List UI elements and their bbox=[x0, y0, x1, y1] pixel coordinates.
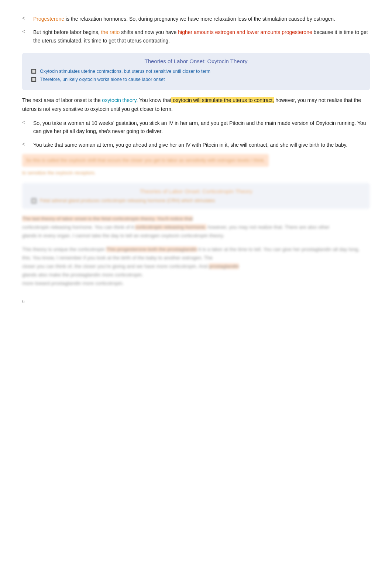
hormone-progesterone: Progesterone bbox=[33, 16, 64, 22]
blurred-p3-highlight2: prostaglandin bbox=[209, 263, 239, 269]
higher-amounts-text: higher amounts estrogen and lower amount… bbox=[176, 29, 312, 35]
blurred-theory-sym: 🔲 bbox=[31, 198, 37, 204]
bullet-text-2: But right before labor begins, the ratio… bbox=[33, 28, 370, 45]
blurred-p3-line4: glands also make the prostaglandin more … bbox=[22, 272, 143, 278]
theory-bullet-text-1: Oxytocin stimulates uterine contractions… bbox=[40, 69, 210, 74]
para-text2: . You know that bbox=[136, 97, 171, 103]
blurred-p2-line3: however, you may not realize that. There… bbox=[208, 224, 330, 230]
blurred-section-1: So this is called the oxytocin shift tha… bbox=[22, 154, 370, 177]
blurred-p3-line2: this. You know, I remember if you look a… bbox=[22, 255, 213, 261]
blurred-para2-text: The last theory of labor onset is the fe… bbox=[22, 215, 370, 240]
blurred-p3-line3: closer you can think of, the closer you'… bbox=[22, 263, 207, 269]
blurred-text-1a: So this is called the oxytocin shift tha… bbox=[22, 154, 269, 167]
theory-bullet-2: 🔲 Therefore, unlikely oxytocin works alo… bbox=[31, 77, 361, 82]
blurred-p3-highlight1: This progesterone both the prostaglandin bbox=[106, 246, 197, 252]
para-text1: The next area of labor onset is the bbox=[22, 97, 100, 103]
bullet-sym-4: < bbox=[22, 141, 30, 147]
blurred-p2-highlight1: The last theory of labor onset is the fe… bbox=[22, 216, 193, 221]
bullet-10weeks: < So, you take a woman at 10 weeks' gest… bbox=[22, 119, 370, 136]
bullet-text-1: Progesterone is the relaxation hormones.… bbox=[33, 15, 370, 23]
blurred-p2-highlight2: corticotropin releasing hormone, bbox=[135, 224, 206, 230]
blurred-para-2: The last theory of labor onset is the fe… bbox=[22, 215, 370, 240]
para-theory: oxytocin theory bbox=[100, 97, 136, 103]
oxytocin-paragraph: The next area of labor onset is the oxyt… bbox=[22, 96, 370, 114]
bullet-ratio: < But right before labor begins, the rat… bbox=[22, 28, 370, 45]
blurred-p3-line5: more toward prostaglandin more corticotr… bbox=[22, 280, 124, 286]
ratio-text: the ratio bbox=[100, 29, 120, 35]
text-mid-ratio: shifts and now you have bbox=[120, 29, 176, 35]
blurred-text-1b: to sensitize the oxytocin receptors. bbox=[22, 169, 370, 177]
page-number: 6 bbox=[22, 299, 370, 304]
bullet-text-4: You take that same woman at term, you go… bbox=[33, 141, 370, 149]
bullet-at-term: < You take that same woman at term, you … bbox=[22, 141, 370, 149]
bullet-sym-3: < bbox=[22, 119, 30, 125]
blurred-theory-box: Theories of Labor Onset: Corticotropin T… bbox=[22, 183, 370, 209]
theory-sym-1: 🔲 bbox=[31, 69, 37, 74]
para-highlight: oxytocin will stimulate the uterus to co… bbox=[171, 97, 274, 103]
bullet-progesterone: < Progesterone is the relaxation hormone… bbox=[22, 15, 370, 23]
blurred-p2-line4: glands in every organ. I cannot take the… bbox=[22, 233, 224, 238]
text-before-ratio: But right before labor begins, bbox=[33, 29, 100, 35]
blurred-p2-line2: corticotropin releasing hormone. You can… bbox=[22, 224, 134, 230]
blurred-para3-text: This theory is unique the corticotropin … bbox=[22, 245, 370, 288]
bullet-text-3: So, you take a woman at 10 weeks' gestat… bbox=[33, 119, 370, 136]
blurred-theory-bullet-text: Fetal adrenal gland produces corticotrop… bbox=[40, 198, 215, 203]
theory-sym-2: 🔲 bbox=[31, 77, 37, 82]
bullet1-text: is the relaxation hormones. So, during p… bbox=[64, 16, 335, 22]
theory-bullet-text-2: Therefore, unlikely oxytocin works alone… bbox=[40, 77, 165, 82]
bullet-sym-1: < bbox=[22, 15, 30, 21]
blurred-para-3: This theory is unique the corticotropin … bbox=[22, 245, 370, 288]
blurred-p3-rest: it is a labor at the time to tell. You c… bbox=[199, 246, 360, 252]
bullet-sym-2: < bbox=[22, 28, 30, 34]
blurred-p3-line1: This theory is unique the corticotropin bbox=[22, 246, 105, 252]
theory-bullet-1: 🔲 Oxytocin stimulates uterine contractio… bbox=[31, 69, 361, 74]
oxytocin-theory-box: Theories of Labor Onset: Oxytocin Theory… bbox=[22, 53, 370, 90]
blurred-theory-title: Theories of Labor Onset: Corticotropin T… bbox=[31, 188, 361, 194]
blurred-theory-bullet: 🔲 Fetal adrenal gland produces corticotr… bbox=[31, 198, 361, 204]
oxytocin-theory-title: Theories of Labor Onset: Oxytocin Theory bbox=[31, 58, 361, 64]
